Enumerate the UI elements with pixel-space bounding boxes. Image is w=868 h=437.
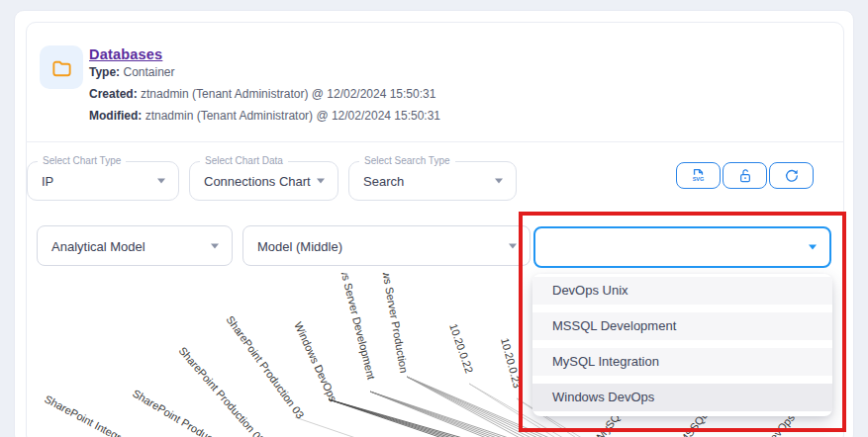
entity-created-line: Created: ztnadmin (Tenant Administrator)… <box>89 87 435 101</box>
chevron-down-icon <box>509 243 517 248</box>
header-divider <box>26 141 844 142</box>
chart-node-label: Windows Server Production <box>375 273 410 374</box>
entity-title-link[interactable]: Databases <box>89 46 162 62</box>
search-type-select-label: Select Search Type <box>359 155 455 166</box>
type-value: Container <box>120 65 174 79</box>
svg-file-icon: SVG <box>689 166 708 185</box>
chart-node-label: Windows DevOps <box>292 320 339 404</box>
svg-text:SVG: SVG <box>693 176 705 182</box>
search-type-select[interactable]: Select Search Type Search <box>348 161 517 201</box>
chart-type-select[interactable]: Select Chart Type IP <box>27 161 179 201</box>
export-svg-button[interactable]: SVG <box>676 162 721 189</box>
chart-data-select-label: Select Chart Data <box>200 155 288 166</box>
modified-value: ztnadmin (Tenant Administrator) @ 12/02/… <box>142 109 440 123</box>
modified-label: Modified: <box>89 109 142 123</box>
chevron-down-icon <box>211 243 219 248</box>
chart-node-label: SharePoint Integration <box>43 393 144 437</box>
chart-node-label: 10.20.0.22 <box>447 322 475 375</box>
model-middle-select[interactable]: Model (Middle) <box>242 225 530 266</box>
chevron-down-icon <box>317 179 325 184</box>
refresh-button[interactable] <box>769 162 814 189</box>
chart-type-select-value: IP <box>42 174 53 189</box>
type-label: Type: <box>89 65 120 79</box>
dropdown-option[interactable]: MySQL Integration <box>532 348 832 376</box>
entity-icon-box <box>40 45 83 89</box>
chart-data-select-value: Connections Chart <box>204 174 311 189</box>
created-label: Created: <box>89 87 138 101</box>
chart-type-select-label: Select Chart Type <box>38 155 126 166</box>
search-type-select-value: Search <box>363 174 404 189</box>
analytical-model-select-value: Analytical Model <box>51 238 145 253</box>
entity-modified-line: Modified: ztnadmin (Tenant Administrator… <box>89 109 440 123</box>
dropdown-option[interactable]: MSSQL Development <box>532 312 832 340</box>
unlock-icon <box>736 167 754 185</box>
chart-edge <box>295 417 451 437</box>
chevron-down-icon <box>495 179 503 184</box>
analytical-model-select[interactable]: Analytical Model <box>37 225 233 266</box>
refresh-icon <box>783 167 801 185</box>
model-item-select-focused[interactable] <box>533 226 831 268</box>
chart-data-select[interactable]: Select Chart Data Connections Chart <box>189 161 338 201</box>
lock-button[interactable] <box>723 162 767 189</box>
entity-type-line: Type: Container <box>89 65 175 79</box>
dropdown-option[interactable]: Windows DevOps <box>532 384 832 411</box>
model-middle-select-value: Model (Middle) <box>257 238 342 253</box>
created-value: ztnadmin (Tenant Administrator) @ 12/02/… <box>138 87 436 101</box>
page: SharePoint IntegrationSharePoint Product… <box>0 0 868 437</box>
chevron-down-icon <box>809 245 817 250</box>
folder-icon <box>50 56 73 79</box>
chart-node-label: 10.20.0.23 <box>499 336 524 389</box>
dropdown-panel: DevOps UnixMSSQL DevelopmentMySQL Integr… <box>532 274 832 416</box>
chevron-down-icon <box>157 179 165 184</box>
dropdown-option[interactable]: DevOps Unix <box>532 277 832 305</box>
chart-node-label: Windows Server Development <box>331 273 377 381</box>
